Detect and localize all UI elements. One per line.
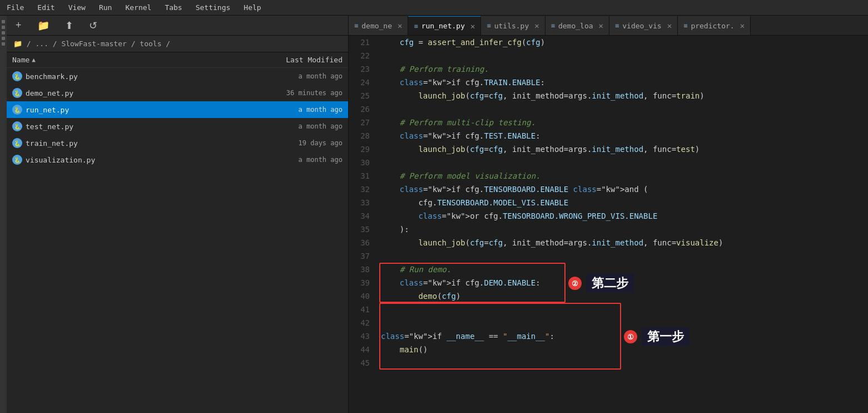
code-line: 45: [349, 356, 868, 370]
left-icon-2[interactable]: [2, 26, 5, 29]
file-name: train_net.py: [26, 139, 254, 148]
menu-help[interactable]: Help: [241, 2, 263, 13]
file-item[interactable]: 🐍 demo_net.py 36 minutes ago: [7, 85, 348, 101]
tab-file-icon: ≡: [487, 22, 490, 30]
editor-tab[interactable]: ≡ demo_loa ✕: [545, 16, 609, 35]
tab-label: predictor.: [691, 22, 734, 30]
tab-label: utils.py: [494, 22, 529, 30]
file-list-header: Name ▲ Last Modified: [7, 52, 348, 68]
line-content: launch_job(cfg=cfg, init_method=args.ini…: [376, 89, 868, 102]
code-line: 38 # Run demo.: [349, 263, 868, 276]
file-modified: a month ago: [254, 156, 343, 164]
tab-close-button[interactable]: ✕: [667, 21, 672, 30]
tab-file-icon: ≡: [683, 22, 687, 30]
main-area: + 📁 ⬆ ↺ 📁 / ... / SlowFast-master / tool…: [0, 16, 868, 413]
sidebar-toolbar: + 📁 ⬆ ↺: [7, 16, 348, 36]
tab-label: demo_ne: [361, 22, 392, 30]
file-item[interactable]: 🐍 train_net.py 19 days ago: [7, 135, 348, 151]
file-modified: 36 minutes ago: [254, 89, 343, 97]
line-number: 33: [349, 196, 376, 209]
file-icon: 🐍: [12, 71, 22, 81]
left-icon-4[interactable]: [2, 37, 5, 40]
line-number: 43: [349, 330, 376, 343]
file-list: 🐍 benchmark.py a month ago 🐍 demo_net.py…: [7, 68, 348, 413]
code-line: 29 launch_job(cfg=cfg, init_method=args.…: [349, 142, 868, 156]
line-number: 42: [349, 316, 376, 330]
editor-tab[interactable]: ≡ demo_ne ✕: [349, 16, 408, 35]
file-name: test_net.py: [26, 122, 254, 131]
tab-bar: ≡ demo_ne ✕ ≡ run_net.py ✕ ≡ utils.py ✕ …: [349, 16, 868, 36]
refresh-button[interactable]: ↺: [87, 18, 100, 33]
line-content: launch_job(cfg=cfg, init_method=args.ini…: [376, 236, 868, 249]
code-line: 26: [349, 102, 868, 116]
file-modified: a month ago: [254, 122, 343, 130]
menu-run[interactable]: Run: [97, 2, 114, 13]
line-content: class="kw">or cfg.TENSORBOARD.WRONG_PRED…: [376, 209, 868, 223]
sort-arrow-icon: ▲: [32, 56, 36, 63]
code-table: 21 cfg = assert_and_infer_cfg(cfg) 22 23…: [349, 36, 868, 370]
editor-tab[interactable]: ≡ predictor. ✕: [678, 16, 751, 35]
line-content: class="kw">if cfg.TRAIN.ENABLE:: [376, 76, 868, 89]
tab-close-button[interactable]: ✕: [599, 21, 603, 30]
tab-close-button[interactable]: ✕: [470, 22, 475, 31]
line-number: 36: [349, 236, 376, 249]
file-name: benchmark.py: [26, 72, 254, 81]
code-line: 42: [349, 316, 868, 330]
editor-tab[interactable]: ≡ video_vis ✕: [609, 16, 678, 35]
left-icon-5[interactable]: [2, 42, 5, 46]
line-content: cfg = assert_and_infer_cfg(cfg): [376, 36, 868, 49]
line-number: 40: [349, 289, 376, 303]
code-line: 37: [349, 249, 868, 263]
code-area[interactable]: 21 cfg = assert_and_infer_cfg(cfg) 22 23…: [349, 36, 868, 413]
upload-button[interactable]: ⬆: [63, 18, 76, 33]
menu-settings[interactable]: Settings: [194, 2, 233, 13]
line-content: demo(cfg): [376, 289, 868, 303]
line-content: # Run demo.: [376, 263, 868, 276]
tab-close-button[interactable]: ✕: [740, 21, 745, 30]
code-line: 36 launch_job(cfg=cfg, init_method=args.…: [349, 236, 868, 249]
file-item[interactable]: 🐍 test_net.py a month ago: [7, 118, 348, 135]
editor-tab[interactable]: ≡ utils.py ✕: [481, 16, 545, 35]
tab-close-button[interactable]: ✕: [534, 21, 539, 30]
line-number: 27: [349, 116, 376, 129]
editor-area: ≡ demo_ne ✕ ≡ run_net.py ✕ ≡ utils.py ✕ …: [349, 16, 868, 413]
left-icon-1[interactable]: [2, 20, 5, 23]
code-line: 35 ):: [349, 223, 868, 236]
code-line: 21 cfg = assert_and_infer_cfg(cfg): [349, 36, 868, 49]
file-name: demo_net.py: [26, 89, 254, 97]
line-content: class="kw">if cfg.TENSORBOARD.ENABLE cla…: [376, 183, 868, 196]
menu-tabs[interactable]: Tabs: [162, 2, 184, 13]
line-number: 34: [349, 209, 376, 223]
file-item[interactable]: 🐍 run_net.py a month ago: [7, 101, 348, 118]
menu-edit[interactable]: Edit: [35, 2, 57, 13]
code-line: 44 main(): [349, 343, 868, 356]
new-file-button[interactable]: +: [13, 18, 24, 32]
line-number: 22: [349, 49, 376, 62]
line-number: 29: [349, 142, 376, 156]
code-line: 33 cfg.TENSORBOARD.MODEL_VIS.ENABLE: [349, 196, 868, 209]
editor-tab[interactable]: ≡ run_net.py ✕: [408, 16, 481, 35]
line-content: [376, 316, 868, 330]
code-line: 27 # Perform multi-clip testing.: [349, 116, 868, 129]
file-item[interactable]: 🐍 benchmark.py a month ago: [7, 68, 348, 85]
menu-kernel[interactable]: Kernel: [123, 2, 153, 13]
code-line: 23 # Perform training.: [349, 62, 868, 76]
menu-file[interactable]: File: [4, 2, 26, 13]
line-number: 26: [349, 102, 376, 116]
line-number: 32: [349, 183, 376, 196]
tab-close-button[interactable]: ✕: [398, 21, 402, 30]
file-icon: 🐍: [12, 138, 22, 148]
menu-view[interactable]: View: [66, 2, 88, 13]
line-content: main(): [376, 343, 868, 356]
code-line: 30: [349, 156, 868, 169]
left-icon-3[interactable]: [2, 31, 5, 35]
col-name-label[interactable]: Name: [12, 56, 29, 64]
code-line: 32 class="kw">if cfg.TENSORBOARD.ENABLE …: [349, 183, 868, 196]
line-content: launch_job(cfg=cfg, init_method=args.ini…: [376, 142, 868, 156]
new-folder-button[interactable]: 📁: [35, 18, 52, 33]
line-content: class="kw">if cfg.DEMO.ENABLE:: [376, 276, 868, 289]
breadcrumb-text: 📁 / ... / SlowFast-master / tools /: [13, 40, 170, 48]
file-modified: a month ago: [254, 106, 343, 114]
line-number: 30: [349, 156, 376, 169]
file-item[interactable]: 🐍 visualization.py a month ago: [7, 151, 348, 168]
